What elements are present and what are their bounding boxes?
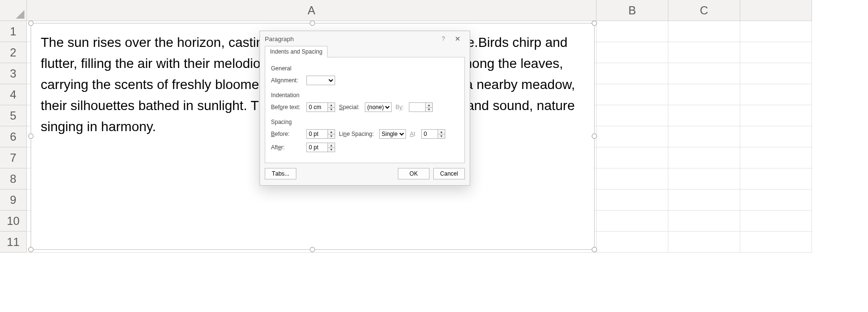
row-header-10[interactable]: 10 bbox=[0, 211, 27, 232]
row-header-4[interactable]: 4 bbox=[0, 84, 27, 105]
cell-D11[interactable] bbox=[740, 232, 812, 253]
spin-down-icon[interactable]: ▼ bbox=[328, 108, 335, 112]
special-select[interactable]: (none) bbox=[365, 102, 392, 112]
select-all-corner[interactable] bbox=[0, 0, 27, 21]
resize-handle-tr[interactable] bbox=[592, 21, 597, 26]
tabs-button[interactable]: Tabs... bbox=[265, 168, 296, 179]
row-header-7[interactable]: 7 bbox=[0, 147, 27, 168]
alignment-select[interactable] bbox=[306, 76, 335, 85]
resize-handle-tl[interactable] bbox=[28, 21, 34, 26]
alignment-label: Alignment: bbox=[271, 77, 303, 84]
spacing-before-input[interactable] bbox=[306, 129, 327, 139]
group-general: General bbox=[271, 65, 459, 72]
cell-C2[interactable] bbox=[668, 42, 740, 63]
spacing-after-spinner[interactable]: ▲▼ bbox=[306, 143, 335, 152]
row-header-9[interactable]: 9 bbox=[0, 189, 27, 211]
dialog-titlebar[interactable]: Paragraph ? ✕ bbox=[260, 31, 470, 45]
cell-B8[interactable] bbox=[597, 168, 668, 189]
by-input[interactable] bbox=[409, 102, 425, 112]
cell-D7[interactable] bbox=[740, 147, 812, 168]
cell-C5[interactable] bbox=[668, 105, 740, 126]
col-header-extra[interactable] bbox=[740, 0, 812, 21]
col-header-C[interactable]: C bbox=[668, 0, 740, 21]
cell-C3[interactable] bbox=[668, 63, 740, 84]
row-header-1[interactable]: 1 bbox=[0, 21, 27, 42]
cell-D8[interactable] bbox=[740, 168, 812, 189]
before-text-label: Before text: bbox=[271, 104, 303, 111]
cell-D5[interactable] bbox=[740, 105, 812, 126]
special-label: Special: bbox=[339, 104, 361, 111]
spacing-after-input[interactable] bbox=[306, 143, 327, 152]
spacing-before-spinner[interactable]: ▲▼ bbox=[306, 129, 335, 139]
cell-D1[interactable] bbox=[740, 21, 812, 42]
resize-handle-bl[interactable] bbox=[28, 247, 34, 252]
cell-D9[interactable] bbox=[740, 189, 812, 211]
row-header-8[interactable]: 8 bbox=[0, 168, 27, 189]
spin-down-icon[interactable]: ▼ bbox=[328, 148, 335, 152]
before-text-input[interactable] bbox=[306, 102, 327, 112]
spin-up-icon[interactable]: ▲ bbox=[328, 130, 335, 134]
spin-down-icon[interactable]: ▼ bbox=[328, 134, 335, 139]
spacing-before-label: Before: bbox=[271, 131, 303, 137]
cell-C6[interactable] bbox=[668, 126, 740, 147]
tab-indents-spacing[interactable]: IIndents and Spacingndents and Spacing bbox=[265, 46, 327, 57]
col-header-B[interactable]: B bbox=[597, 0, 668, 21]
cell-B1[interactable] bbox=[597, 21, 668, 42]
resize-handle-mr[interactable] bbox=[592, 134, 597, 139]
dialog-tabs: IIndents and Spacingndents and Spacing bbox=[260, 45, 470, 57]
spin-up-icon[interactable]: ▲ bbox=[328, 143, 335, 148]
at-spinner[interactable]: ▲▼ bbox=[421, 129, 445, 139]
before-text-spinner[interactable]: ▲▼ bbox=[306, 102, 335, 112]
cell-B10[interactable] bbox=[597, 211, 668, 232]
at-input[interactable] bbox=[421, 129, 438, 139]
cell-D2[interactable] bbox=[740, 42, 812, 63]
ok-button[interactable]: OK bbox=[398, 168, 429, 179]
resize-handle-ml[interactable] bbox=[28, 134, 34, 139]
dialog-footer: Tabs... Tabs... OK Cancel bbox=[260, 168, 470, 185]
cell-D10[interactable] bbox=[740, 211, 812, 232]
resize-handle-br[interactable] bbox=[592, 247, 597, 252]
row-header-5[interactable]: 5 bbox=[0, 105, 27, 126]
cell-D3[interactable] bbox=[740, 63, 812, 84]
cell-C11[interactable] bbox=[668, 232, 740, 253]
cell-B2[interactable] bbox=[597, 42, 668, 63]
row-header-6[interactable]: 6 bbox=[0, 126, 27, 147]
spin-up-icon[interactable]: ▲ bbox=[438, 130, 445, 134]
row-header-2[interactable]: 2 bbox=[0, 42, 27, 63]
cell-D6[interactable] bbox=[740, 126, 812, 147]
cancel-button[interactable]: Cancel bbox=[433, 168, 465, 179]
resize-handle-tm[interactable] bbox=[310, 21, 315, 26]
row-header-11[interactable]: 11 bbox=[0, 232, 27, 253]
cell-C1[interactable] bbox=[668, 21, 740, 42]
resize-handle-bm[interactable] bbox=[310, 247, 315, 252]
group-spacing: Spacing bbox=[271, 119, 459, 125]
cell-B3[interactable] bbox=[597, 63, 668, 84]
cell-B6[interactable] bbox=[597, 126, 668, 147]
by-label: By: bbox=[395, 104, 405, 111]
col-header-A[interactable]: A bbox=[27, 0, 597, 21]
cell-B7[interactable] bbox=[597, 147, 668, 168]
close-icon[interactable]: ✕ bbox=[451, 35, 465, 43]
cell-C8[interactable] bbox=[668, 168, 740, 189]
cell-C4[interactable] bbox=[668, 84, 740, 105]
cell-C9[interactable] bbox=[668, 189, 740, 211]
cell-B11[interactable] bbox=[597, 232, 668, 253]
cell-B5[interactable] bbox=[597, 105, 668, 126]
dialog-body: General Alignment: Indentation Before te… bbox=[265, 57, 465, 163]
spin-up-icon[interactable]: ▲ bbox=[328, 103, 335, 108]
spin-down-icon[interactable]: ▼ bbox=[426, 108, 432, 112]
spin-down-icon[interactable]: ▼ bbox=[438, 134, 445, 139]
spacing-after-label: After: bbox=[271, 144, 303, 151]
cell-C7[interactable] bbox=[668, 147, 740, 168]
line-spacing-select[interactable]: Single bbox=[379, 129, 406, 139]
spin-up-icon[interactable]: ▲ bbox=[426, 103, 432, 108]
cell-B9[interactable] bbox=[597, 189, 668, 211]
help-icon[interactable]: ? bbox=[436, 35, 451, 42]
by-spinner[interactable]: ▲▼ bbox=[409, 102, 433, 112]
cell-B4[interactable] bbox=[597, 84, 668, 105]
at-label: At bbox=[410, 131, 417, 137]
cell-C10[interactable] bbox=[668, 211, 740, 232]
cell-D4[interactable] bbox=[740, 84, 812, 105]
dialog-title: Paragraph bbox=[265, 35, 436, 43]
row-header-3[interactable]: 3 bbox=[0, 63, 27, 84]
